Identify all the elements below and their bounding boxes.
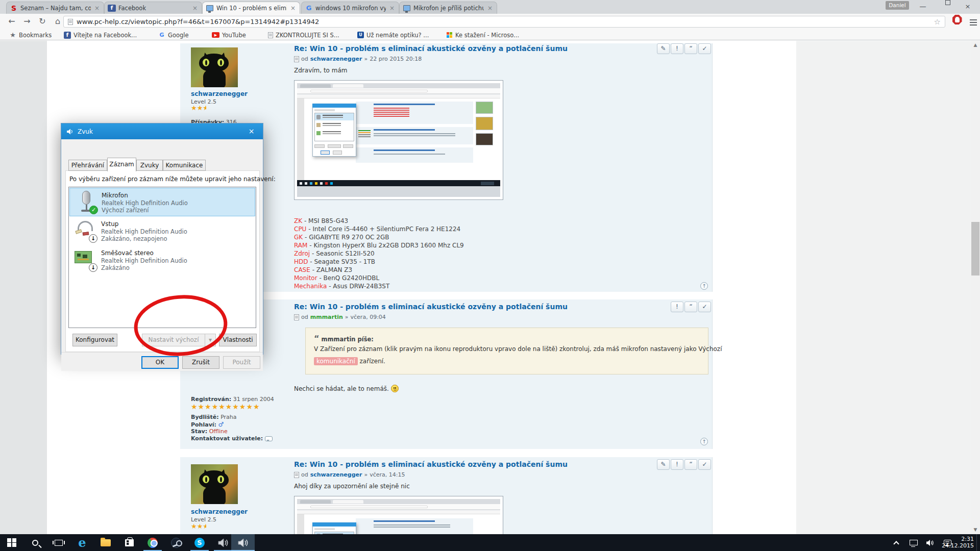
dialog-title-bar[interactable]: Zvuk ×	[61, 123, 263, 139]
adblock-icon[interactable]	[950, 15, 964, 27]
configure-button[interactable]: Konfigurovat	[72, 334, 117, 346]
chrome-button[interactable]	[141, 534, 164, 551]
page-security-icon[interactable]	[68, 19, 73, 25]
post-icon	[294, 314, 299, 320]
bookmark-google[interactable]: G Google	[158, 31, 189, 39]
task-view-button[interactable]	[47, 534, 70, 551]
report-post-button[interactable]: !	[671, 43, 683, 54]
tab-close-icon[interactable]: ×	[486, 5, 494, 12]
scrollbar[interactable]: ▲ ▼	[971, 41, 980, 534]
tab-zaznam[interactable]: Záznam	[107, 158, 136, 171]
reload-icon[interactable]: ↻	[36, 15, 49, 28]
home-icon[interactable]: ⌂	[51, 15, 64, 28]
profile-registered: Registrován: 31 srpen 2004	[191, 396, 274, 403]
bookmark-zkontrolujte[interactable]: ZKONTROLUJTE SI S...	[268, 31, 339, 39]
cancel-button[interactable]: Zrušit	[182, 356, 219, 369]
quote-post-button[interactable]: “	[684, 43, 697, 54]
tab-zvuky[interactable]: Zvuky	[136, 160, 163, 171]
set-default-dropdown[interactable]: ▾	[205, 334, 216, 346]
menu-icon[interactable]	[967, 15, 980, 28]
tab-google-search[interactable]: G windows 10 mikrofon vych ×	[301, 2, 399, 14]
scroll-down-icon[interactable]: ▼	[971, 525, 980, 534]
quote-post-button[interactable]: “	[684, 459, 697, 470]
minimize-button[interactable]: —	[913, 0, 933, 13]
search-button[interactable]	[23, 534, 47, 551]
edge-button[interactable]: e	[70, 534, 94, 551]
scrollbar-thumb[interactable]	[971, 222, 979, 276]
store-button[interactable]	[117, 534, 141, 551]
post-title-link[interactable]: Re: Win 10 - problém s eliminací akustic…	[294, 460, 568, 468]
author-link[interactable]: schwarzenegger	[310, 471, 362, 478]
quote-post-button[interactable]: “	[684, 302, 697, 312]
properties-button[interactable]: Vlastnosti	[219, 334, 257, 346]
address-bar[interactable]: www.pc-help.cz/viewtopic.php?f=46&t=1670…	[63, 16, 945, 28]
post-timestamp: 22 pro 2015 20:18	[370, 56, 422, 62]
device-smesovac-stereo[interactable]: ↓ Směšovač stereo Realtek High Definitio…	[69, 246, 255, 274]
dialog-close-icon[interactable]: ×	[240, 123, 263, 139]
author-link[interactable]: mmmartin	[310, 314, 343, 320]
go-to-top-button[interactable]: ↑	[700, 438, 708, 445]
close-button[interactable]: ×	[958, 0, 978, 13]
device-vstup[interactable]: ↓ Vstup Realtek High Definition Audio Za…	[69, 217, 255, 245]
accept-post-button[interactable]: ✓	[698, 43, 711, 54]
skype-button[interactable]: S	[188, 534, 211, 551]
apply-button[interactable]: Použít	[223, 356, 260, 369]
tab-mikrofon[interactable]: Mikrofon je příliš potichu ×	[399, 2, 497, 14]
edit-post-button[interactable]: ✎	[657, 43, 670, 54]
avatar	[191, 464, 238, 504]
page-icon	[403, 5, 410, 11]
device-mikrofon[interactable]: ✓ Mikrofon Realtek High Definition Audio…	[69, 188, 255, 216]
go-to-top-button[interactable]: ↑	[700, 282, 708, 290]
tab-active-pc-help[interactable]: Win 10 - problém s elimin ×	[202, 2, 300, 14]
bookmark-star-icon[interactable]: ☆	[934, 17, 941, 27]
steam-button[interactable]	[164, 534, 188, 551]
bookmark-bookmarks[interactable]: ★ Bookmarks	[9, 31, 52, 39]
bookmark-facebook[interactable]: f Vítejte na Facebook...	[64, 31, 137, 39]
file-explorer-button[interactable]	[94, 534, 117, 551]
maximize-button[interactable]	[935, 0, 955, 13]
browser-profile-name[interactable]: Daniel	[886, 1, 909, 10]
network-tray-button[interactable]	[906, 534, 921, 551]
author-profile-name[interactable]: schwarzenegger	[191, 90, 248, 97]
post-image-screenshot[interactable]	[294, 80, 503, 200]
volume-tray-button[interactable]	[923, 534, 938, 551]
tab-close-icon[interactable]: ×	[388, 5, 396, 12]
pm-icon[interactable]	[265, 436, 273, 441]
report-post-button[interactable]: !	[671, 459, 683, 470]
ok-button[interactable]: OK	[141, 356, 179, 369]
tab-close-icon[interactable]: ×	[191, 5, 199, 12]
tab-close-icon[interactable]: ×	[93, 5, 101, 12]
bookmark-microsoft[interactable]: Ke stažení - Microso...	[447, 31, 519, 39]
speaker-icon	[66, 128, 74, 135]
level-stars: ★★★	[191, 104, 206, 112]
author-profile-name[interactable]: schwarzenegger	[191, 508, 248, 515]
tab-label: Mikrofon je příliš potichu	[413, 5, 484, 12]
scroll-up-icon[interactable]: ▲	[971, 41, 980, 49]
post-title-link[interactable]: Re: Win 10 - problém s eliminací akustic…	[294, 44, 568, 53]
tab-label: Seznam – Najdu tam, co n	[20, 5, 91, 12]
tab-seznam[interactable]: S Seznam – Najdu tam, co n ×	[6, 2, 104, 14]
accept-post-button[interactable]: ✓	[698, 459, 711, 470]
search-icon	[32, 540, 38, 546]
bookmark-optika[interactable]: U Už nemáte optiku? ...	[357, 31, 429, 39]
bookmark-youtube[interactable]: ▶ YouTube	[212, 31, 246, 39]
edit-post-button[interactable]: ✎	[657, 459, 670, 470]
spec-line: HDD - Seagate SV35 - 1TB	[294, 258, 375, 265]
taskbar-clock[interactable]: 2:31 24.12.2015	[942, 536, 974, 549]
start-button[interactable]	[0, 534, 23, 551]
tab-prehravani[interactable]: Přehrávání	[68, 160, 107, 171]
back-icon[interactable]: ←	[5, 15, 18, 28]
tray-overflow-button[interactable]	[889, 534, 903, 551]
show-desktop-button[interactable]	[976, 534, 980, 551]
forward-icon[interactable]: →	[20, 15, 34, 28]
accept-post-button[interactable]: ✓	[698, 302, 711, 312]
seznam-icon: S	[10, 4, 18, 12]
post-title-link[interactable]: Re: Win 10 - problém s eliminací akustic…	[294, 303, 568, 311]
sound-dialog-taskbar-button[interactable]	[231, 534, 255, 551]
tab-komunikace[interactable]: Komunikace	[163, 160, 206, 171]
report-post-button[interactable]: !	[671, 302, 683, 312]
tab-facebook[interactable]: f Facebook ×	[104, 2, 202, 14]
author-link[interactable]: schwarzenegger	[310, 56, 362, 62]
tab-close-icon[interactable]: ×	[289, 5, 297, 12]
set-default-button[interactable]: Nastavit výchozí	[142, 334, 205, 346]
